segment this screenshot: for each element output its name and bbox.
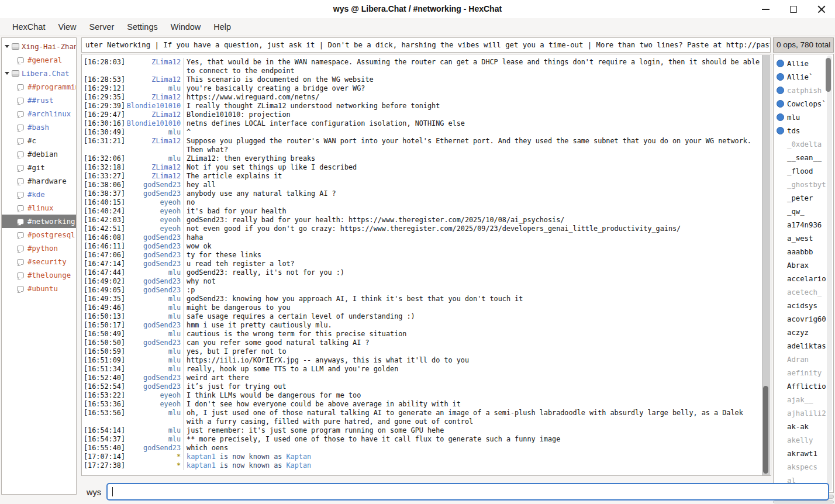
user-list-item-abrax[interactable]: Abrax [774, 258, 833, 272]
voice-dot-icon [777, 73, 784, 81]
user-list-item-mlu[interactable]: mlu [774, 111, 833, 124]
tree-channel-kde[interactable]: #kde [2, 188, 76, 201]
tree-channel-thelounge[interactable]: #thelounge [2, 268, 76, 282]
tree-channel-git[interactable]: #git [2, 161, 76, 174]
user-list-scrollbar-thumb[interactable] [826, 58, 831, 92]
nick: eyeoh [125, 216, 181, 225]
user-list-item-0xdelta[interactable]: _0xdelta [774, 137, 833, 151]
user-list-item-acidsys[interactable]: acidsys [774, 299, 833, 312]
tree-channel-python[interactable]: #python [2, 241, 76, 255]
timestamp: [16:28:03] [82, 58, 125, 75]
menu-item-view[interactable]: View [51, 18, 82, 36]
user-list-item-cowclops[interactable]: Cowclops` [774, 97, 833, 111]
tree-channel-linux[interactable]: #linux [2, 201, 76, 215]
user-list-item-sean[interactable]: __sean__ [774, 151, 833, 164]
user-list-item-akelly[interactable]: akelly [774, 433, 833, 447]
tree-server-libera-chat[interactable]: Libera.Chat [2, 67, 76, 80]
user-list-item-acovrig60[interactable]: acovrig60 [774, 312, 833, 326]
tree-channel-ubuntu[interactable]: #ubuntu [2, 282, 76, 295]
minimize-button[interactable] [760, 4, 771, 15]
chat-line: [17:07:14]*kaptan1 is now known as Kapta… [82, 453, 761, 461]
tree-channel-programming[interactable]: ##programming [2, 80, 76, 94]
user-name: aczyz [787, 329, 809, 337]
chat-scrollbar[interactable] [762, 55, 770, 475]
timestamp: [16:54:14] [82, 426, 125, 435]
nick: mlu [125, 312, 181, 321]
topic-bar[interactable]: uter Networking | If you have a question… [81, 37, 771, 53]
user-list-item-adran[interactable]: Adran [774, 353, 833, 366]
nick: * [125, 453, 181, 461]
user-list-item-allie[interactable]: Allie [774, 57, 833, 70]
user-list-item-aaabbb[interactable]: aaabbb [774, 245, 833, 258]
user-list-item-a174n936[interactable]: a174n936 [774, 218, 833, 232]
menu-item-settings[interactable]: Settings [120, 18, 164, 36]
user-list-item-flood[interactable]: _flood [774, 164, 833, 178]
user-name: ajak__ [787, 396, 813, 404]
user-list-item-ajak[interactable]: ajak__ [774, 393, 833, 406]
close-button[interactable] [816, 4, 827, 15]
timestamp: [16:53:36] [82, 400, 125, 409]
tree-channel-networking[interactable]: #networking [2, 215, 76, 228]
message-text: which oens [184, 444, 761, 453]
message-text: why not [184, 277, 761, 286]
message-input[interactable] [106, 483, 829, 500]
expander-icon[interactable] [5, 45, 9, 48]
user-list-item-peter[interactable]: _peter [774, 191, 833, 205]
timestamp: [16:49:02] [82, 277, 125, 286]
tree-label: #postgresql [27, 231, 75, 239]
user-list-item-ak-ak[interactable]: ak-ak [774, 420, 833, 433]
timestamp: [16:32:06] [82, 154, 125, 163]
user-list-scrollbar[interactable] [827, 56, 832, 491]
user-list-item-aczyz[interactable]: aczyz [774, 326, 833, 339]
user-list-item-catphish[interactable]: catphish [774, 84, 833, 97]
timestamp: [16:51:09] [82, 356, 125, 365]
user-name: a_west [787, 234, 813, 243]
user-list-item-ghostbyt[interactable]: _ghostbyt [774, 178, 833, 191]
tree-channel-security[interactable]: #security [2, 255, 76, 268]
tree-channel-postgresql[interactable]: #postgresql [2, 228, 76, 241]
user-list-item-tds[interactable]: tds [774, 124, 833, 137]
timestamp: [16:55:40] [82, 444, 125, 453]
menu-item-window[interactable]: Window [164, 18, 208, 36]
tree-channel-c[interactable]: #c [2, 134, 76, 147]
user-list-item-acetech[interactable]: acetech_ [774, 285, 833, 299]
user-list-item-aefinity[interactable]: aefinity [774, 366, 833, 379]
tree-channel-bash[interactable]: #bash [2, 120, 76, 134]
user-name: adeliktas [787, 342, 826, 350]
timestamp: [16:52:40] [82, 374, 125, 382]
tree-server-xing-hai-zhan[interactable]: Xing-Hai-Zhan [2, 40, 76, 53]
menu-item-hexchat[interactable]: HexChat [6, 18, 51, 36]
tree-channel-archlinux[interactable]: #archlinux [2, 107, 76, 120]
user-name: a174n936 [787, 221, 822, 229]
user-list-item-akspecs[interactable]: akspecs [774, 460, 833, 474]
chat-line: [16:32:06]mluZLima12: then everything br… [82, 154, 761, 163]
user-list-item-afflictio[interactable]: Afflictio [774, 379, 833, 393]
tree-channel-debian[interactable]: #debian [2, 147, 76, 161]
message-text: ZLima12: then everything breaks [184, 154, 761, 163]
menu-item-server[interactable]: Server [83, 18, 121, 36]
user-list-item-qw[interactable]: _qw_ [774, 205, 833, 218]
timestamp: [16:53:56] [82, 409, 125, 426]
timestamp: [16:50:50] [82, 339, 125, 347]
tree-channel-hardware[interactable]: #hardware [2, 174, 76, 188]
chat-scrollbar-thumb[interactable] [763, 386, 768, 474]
user-name: Cowclops` [787, 100, 826, 108]
user-list-item-accelario[interactable]: accelario [774, 272, 833, 285]
channel-icon [17, 232, 24, 238]
message-text: :p [184, 286, 761, 295]
chat-line: [16:53:56]mluoh, I just used one of thos… [82, 409, 761, 426]
user-name: _0xdelta [787, 140, 822, 149]
voice-dot-icon [777, 127, 784, 134]
window-title: wys @ Libera.Chat / #networking - HexCha… [0, 0, 835, 18]
user-list-item-adeliktas[interactable]: adeliktas [774, 339, 833, 353]
user-list-item-akrawt1[interactable]: akrawt1 [774, 447, 833, 460]
user-list-item-a-west[interactable]: a_west [774, 232, 833, 245]
user-list-item-ajhalili2[interactable]: ajhalili2 [774, 406, 833, 420]
tree-label: Xing-Hai-Zhan [22, 43, 76, 51]
expander-icon[interactable] [5, 72, 9, 75]
user-list-item-allie[interactable]: Allie` [774, 70, 833, 84]
menu-item-help[interactable]: Help [207, 18, 237, 36]
tree-channel-rust[interactable]: ##rust [2, 94, 76, 107]
tree-channel-general[interactable]: #general [2, 53, 76, 67]
maximize-button[interactable] [788, 4, 799, 15]
